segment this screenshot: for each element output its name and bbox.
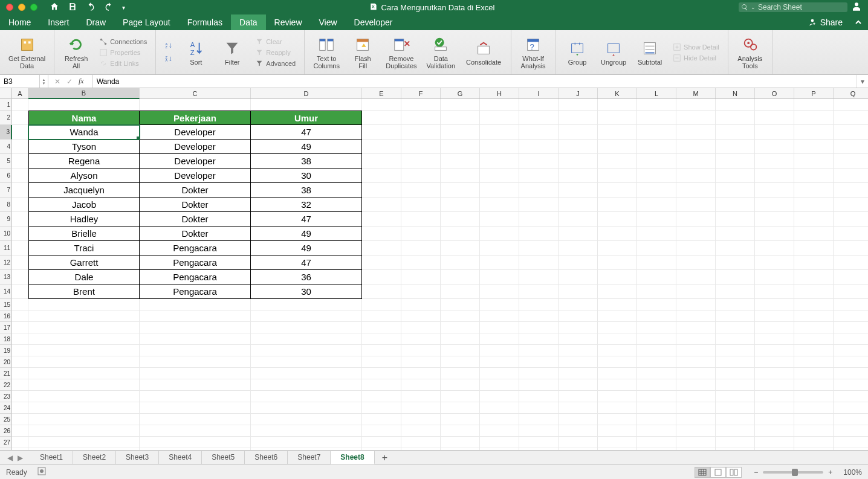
cell-A15[interactable] (12, 299, 28, 310)
row-header-11[interactable]: 11 (0, 241, 12, 256)
col-header-B[interactable]: B (28, 88, 140, 99)
cell-I5[interactable] (519, 154, 559, 169)
sort-asc-button[interactable]: AZ (162, 41, 175, 51)
cell-M10[interactable] (676, 227, 716, 241)
sort-button[interactable]: AZ Sort (180, 38, 212, 67)
cell-I10[interactable] (519, 227, 559, 241)
cell-I19[interactable] (519, 345, 559, 356)
cell-E15[interactable] (362, 299, 401, 310)
row-header-15[interactable]: 15 (0, 299, 12, 310)
cell-J5[interactable] (559, 154, 598, 169)
cell-H20[interactable] (480, 356, 519, 368)
cell-P13[interactable] (794, 270, 834, 285)
cell-K18[interactable] (598, 333, 637, 345)
cell-L26[interactable] (637, 425, 676, 437)
cell-B21[interactable] (28, 368, 140, 379)
cell-G2[interactable] (441, 111, 480, 125)
cell-G14[interactable] (441, 285, 480, 299)
cell-E2[interactable] (362, 111, 401, 125)
cell-E6[interactable] (362, 169, 401, 183)
cell-D3[interactable]: 47 (251, 125, 362, 140)
col-header-F[interactable]: F (401, 88, 441, 98)
cell-F9[interactable] (401, 212, 441, 227)
cell-C19[interactable] (140, 345, 251, 356)
cell-O1[interactable] (755, 99, 794, 111)
cell-Q20[interactable] (834, 356, 868, 368)
cell-O24[interactable] (755, 402, 794, 414)
cell-F22[interactable] (401, 379, 441, 391)
add-sheet-button[interactable]: + (375, 452, 395, 463)
macro-record-icon[interactable] (37, 466, 47, 478)
cell-A10[interactable] (12, 227, 28, 241)
sheet-tab-sheet4[interactable]: Sheet4 (159, 451, 202, 464)
row-header-26[interactable]: 26 (0, 425, 12, 437)
menu-tab-data[interactable]: Data (231, 14, 266, 30)
cell-B19[interactable] (28, 345, 140, 356)
cell-K21[interactable] (598, 368, 637, 379)
cell-O4[interactable] (755, 140, 794, 154)
cell-M4[interactable] (676, 140, 716, 154)
cell-F15[interactable] (401, 299, 441, 310)
cell-O6[interactable] (755, 169, 794, 183)
formula-input[interactable]: Wanda (93, 75, 856, 88)
cell-J18[interactable] (559, 333, 598, 345)
cell-D25[interactable] (251, 414, 362, 425)
cell-N1[interactable] (716, 99, 755, 111)
menu-tab-draw[interactable]: Draw (77, 14, 114, 30)
cell-G25[interactable] (441, 414, 480, 425)
cell-I6[interactable] (519, 169, 559, 183)
cell-M21[interactable] (676, 368, 716, 379)
cell-E7[interactable] (362, 183, 401, 198)
cell-C5[interactable]: Developer (140, 154, 251, 169)
cell-N18[interactable] (716, 333, 755, 345)
show-detail-button[interactable]: Show Detail (670, 42, 722, 52)
cell-P1[interactable] (794, 99, 834, 111)
cell-F16[interactable] (401, 310, 441, 322)
cell-E1[interactable] (362, 99, 401, 111)
cell-I3[interactable] (519, 125, 559, 140)
cell-F3[interactable] (401, 125, 441, 140)
cell-F17[interactable] (401, 322, 441, 333)
redo-icon[interactable] (104, 2, 114, 13)
cell-D20[interactable] (251, 356, 362, 368)
cell-E13[interactable] (362, 270, 401, 285)
consolidate-button[interactable]: Consolidate (462, 38, 505, 67)
cell-O2[interactable] (755, 111, 794, 125)
cell-I24[interactable] (519, 402, 559, 414)
cell-B8[interactable]: Jacob (28, 198, 140, 212)
cell-P4[interactable] (794, 140, 834, 154)
cell-Q10[interactable] (834, 227, 868, 241)
cell-B24[interactable] (28, 402, 140, 414)
cell-I13[interactable] (519, 270, 559, 285)
cell-M12[interactable] (676, 256, 716, 270)
cell-L18[interactable] (637, 333, 676, 345)
name-box[interactable]: B3 (0, 75, 40, 88)
filter-button[interactable]: Filter (216, 38, 248, 67)
cell-M13[interactable] (676, 270, 716, 285)
cell-N24[interactable] (716, 402, 755, 414)
cell-P5[interactable] (794, 154, 834, 169)
cell-E14[interactable] (362, 285, 401, 299)
cell-K2[interactable] (598, 111, 637, 125)
cell-D6[interactable]: 30 (251, 169, 362, 183)
cell-C9[interactable]: Dokter (140, 212, 251, 227)
analysis-tools-button[interactable]: Analysis Tools (734, 34, 766, 71)
cell-J22[interactable] (559, 379, 598, 391)
cell-J27[interactable] (559, 437, 598, 448)
zoom-out-button[interactable]: − (754, 468, 758, 477)
cell-B25[interactable] (28, 414, 140, 425)
cell-L14[interactable] (637, 285, 676, 299)
col-header-P[interactable]: P (794, 88, 834, 98)
cell-N4[interactable] (716, 140, 755, 154)
cell-Q16[interactable] (834, 310, 868, 322)
row-header-6[interactable]: 6 (0, 169, 12, 183)
cell-D23[interactable] (251, 391, 362, 402)
select-all-corner[interactable] (0, 88, 12, 98)
cell-C10[interactable]: Dokter (140, 227, 251, 241)
cell-L7[interactable] (637, 183, 676, 198)
cell-A18[interactable] (12, 333, 28, 345)
cell-F20[interactable] (401, 356, 441, 368)
col-header-A[interactable]: A (12, 88, 28, 98)
sheet-tab-sheet6[interactable]: Sheet6 (245, 451, 288, 464)
cell-A26[interactable] (12, 425, 28, 437)
